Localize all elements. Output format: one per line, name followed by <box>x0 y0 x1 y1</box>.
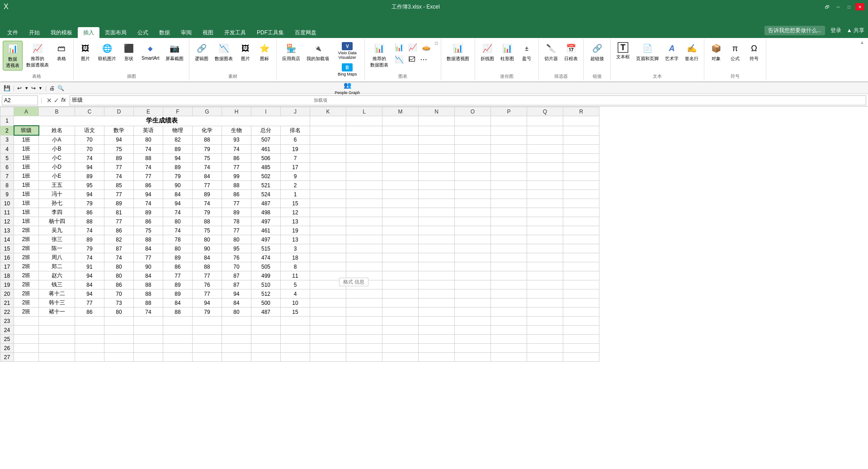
table-cell[interactable]: 74 <box>222 145 251 154</box>
table-cell[interactable]: 74 <box>193 199 222 208</box>
btn-shape[interactable]: ⬛ 形状 <box>120 41 138 63</box>
tab-pagelayout[interactable]: 页面布局 <box>99 27 132 38</box>
tab-developer[interactable]: 开发工具 <box>219 27 251 38</box>
table-cell[interactable]: 77 <box>104 163 134 172</box>
table-cell[interactable]: 76 <box>222 253 251 262</box>
table-cell[interactable]: 12 <box>281 208 310 217</box>
table-cell[interactable]: 1班 <box>14 208 39 217</box>
table-cell[interactable]: 95 <box>222 244 251 253</box>
tab-view[interactable]: 视图 <box>197 27 219 38</box>
table-cell[interactable]: 74 <box>75 253 104 262</box>
table-cell[interactable]: 2班 <box>14 298 39 308</box>
table-cell[interactable]: 79 <box>163 172 193 181</box>
table-cell[interactable]: 86 <box>134 217 163 226</box>
redo-quick-btn[interactable]: ↪ <box>31 85 36 91</box>
btn-table[interactable]: 🗃 表格 <box>52 41 71 63</box>
table-cell[interactable]: 2 <box>281 181 310 190</box>
table-cell[interactable]: 506 <box>251 154 281 163</box>
table-cell[interactable]: 89 <box>193 190 222 199</box>
table-cell[interactable]: 89 <box>104 154 134 163</box>
table-cell[interactable]: 82 <box>104 235 134 244</box>
table-cell[interactable]: 87 <box>222 280 251 289</box>
table-cell[interactable]: 502 <box>251 172 281 181</box>
grid-wrapper[interactable]: A B C D E F G H I J K L M N O P Q <box>0 107 868 414</box>
btn-line-chart[interactable]: 📈 <box>406 42 419 53</box>
btn-header-footer[interactable]: 📄 页眉和页脚 <box>633 41 661 63</box>
cell-J2[interactable]: 排名 <box>281 126 310 135</box>
table-cell[interactable]: 497 <box>251 235 281 244</box>
table-cell[interactable]: 84 <box>193 172 222 181</box>
table-cell[interactable]: 94 <box>163 154 193 163</box>
btn-object[interactable]: 📦 对象 <box>707 41 725 63</box>
table-cell[interactable]: 89 <box>163 253 193 262</box>
table-cell[interactable]: 74 <box>75 154 104 163</box>
table-cell[interactable]: 周八 <box>39 253 75 262</box>
table-cell[interactable]: 张三 <box>39 235 75 244</box>
table-cell[interactable]: 杨十四 <box>39 217 75 226</box>
table-cell[interactable]: 88 <box>75 217 104 226</box>
maximize-btn[interactable]: □ <box>844 3 854 10</box>
table-cell[interactable]: 13 <box>281 235 310 244</box>
btn-more-chart[interactable]: ⋯ <box>418 54 429 65</box>
tab-pdf[interactable]: PDF工具集 <box>251 27 289 38</box>
table-cell[interactable]: 93 <box>222 135 251 145</box>
table-cell[interactable]: 1班 <box>14 172 39 181</box>
table-cell[interactable]: 1班 <box>14 154 39 163</box>
btn-pie-chart[interactable]: 🥧 <box>420 42 433 53</box>
table-cell[interactable]: 89 <box>163 145 193 154</box>
table-cell[interactable]: 74 <box>163 226 193 235</box>
btn-slicer[interactable]: 🔪 切片器 <box>542 41 561 63</box>
col-header-B[interactable]: B <box>39 107 75 116</box>
table-cell[interactable]: 487 <box>251 199 281 208</box>
table-cell[interactable]: 80 <box>163 244 193 253</box>
table-cell[interactable]: 461 <box>251 145 281 154</box>
table-cell[interactable]: 80 <box>104 271 134 280</box>
table-cell[interactable]: 84 <box>222 298 251 308</box>
table-cell[interactable]: 88 <box>134 298 163 308</box>
table-cell[interactable]: 86 <box>134 181 163 190</box>
table-cell[interactable]: 6 <box>281 135 310 145</box>
table-cell[interactable]: 81 <box>104 208 134 217</box>
table-cell[interactable]: 77 <box>75 298 104 308</box>
table-cell[interactable]: 88 <box>163 308 193 317</box>
table-cell[interactable]: 84 <box>134 271 163 280</box>
cell-H2[interactable]: 生物 <box>222 126 251 135</box>
table-cell[interactable]: 95 <box>75 181 104 190</box>
table-cell[interactable]: 88 <box>134 154 163 163</box>
table-cell[interactable]: 10 <box>281 298 310 308</box>
table-cell[interactable]: 吴九 <box>39 226 75 235</box>
table-cell[interactable]: 94 <box>75 289 104 298</box>
table-cell[interactable]: 88 <box>134 235 163 244</box>
table-cell[interactable]: 84 <box>134 244 163 253</box>
table-cell[interactable]: 485 <box>251 163 281 172</box>
btn-wordart[interactable]: A 艺术字 <box>662 41 681 63</box>
confirm-formula-btn[interactable]: ✓ <box>54 97 59 104</box>
table-cell[interactable]: 86 <box>104 226 134 235</box>
table-cell[interactable]: 89 <box>163 289 193 298</box>
table-cell[interactable]: 90 <box>134 262 163 271</box>
cell-D2[interactable]: 数学 <box>104 126 134 135</box>
btn-icon[interactable]: ⭐ 图标 <box>255 41 274 63</box>
table-cell[interactable]: 李四 <box>39 208 75 217</box>
table-cell[interactable]: 73 <box>104 298 134 308</box>
table-cell[interactable]: 515 <box>251 244 281 253</box>
table-cell[interactable]: 郑二 <box>39 262 75 271</box>
btn-winloss-sparkline[interactable]: ± 盈亏 <box>518 41 536 63</box>
tab-baidu[interactable]: 百度网盘 <box>289 27 322 38</box>
table-cell[interactable]: 77 <box>134 253 163 262</box>
btn-screenshot[interactable]: 📷 屏幕截图 <box>163 41 186 63</box>
table-cell[interactable]: 521 <box>251 181 281 190</box>
table-cell[interactable]: 86 <box>163 262 193 271</box>
table-cell[interactable]: 84 <box>163 190 193 199</box>
table-cell[interactable]: 小A <box>39 135 75 145</box>
table-cell[interactable]: 76 <box>193 280 222 289</box>
chart-group-expand[interactable]: ⊡ <box>434 41 438 46</box>
col-header-I[interactable]: I <box>251 107 281 116</box>
table-cell[interactable]: 88 <box>193 217 222 226</box>
table-cell[interactable]: 赵六 <box>39 271 75 280</box>
table-cell[interactable]: 89 <box>75 235 104 244</box>
btn-recommend-chart[interactable]: 📊 推荐的数据图表 <box>368 41 391 70</box>
btn-column-sparkline[interactable]: 📊 柱形图 <box>498 41 517 63</box>
table-cell[interactable]: 94 <box>163 199 193 208</box>
table-cell[interactable]: 4 <box>281 289 310 298</box>
